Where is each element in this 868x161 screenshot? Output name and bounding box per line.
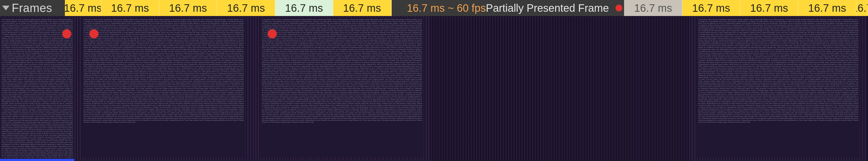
- screenshot-page-text: Lorem ipsum dolor sit amet, consectetur …: [260, 18, 424, 124]
- screenshot-page: Lorem ipsum dolor sit amet, consectetur …: [82, 18, 245, 158]
- frame-cells-container: 16.7 ms16.7 ms16.7 ms16.7 ms16.7 ms16.7 …: [65, 0, 868, 16]
- frame-cell-label: 16.7 ms: [227, 2, 265, 14]
- screenshot-page-text: Lorem ipsum dolor sit amet, consectetur …: [0, 18, 74, 158]
- frame-cell-3[interactable]: 16.7 ms: [217, 0, 275, 16]
- frames-track-label-text: Frames: [12, 1, 52, 15]
- partial-frame-indicator-icon: [616, 4, 622, 11]
- frame-cell-6[interactable]: 16.7 ms ~ 60 fps Partially Presented Fra…: [391, 0, 624, 16]
- partial-frame-area: [431, 16, 689, 161]
- long-task-marker-icon: [62, 29, 71, 38]
- screenshot-page-text: Lorem ipsum dolor sit amet, consectetur …: [82, 18, 245, 124]
- frame-cell-label: 16.7 ms: [808, 2, 846, 14]
- frame-cell-4[interactable]: 16.7 ms: [275, 0, 333, 16]
- frame-cell-label: 16.7 ms: [169, 2, 207, 14]
- frame-cell-8[interactable]: 16.7 ms: [682, 0, 740, 16]
- long-task-marker-icon: [268, 29, 277, 38]
- collapse-triangle-icon[interactable]: [2, 6, 9, 10]
- frame-cell-label: 16.7 ms: [343, 2, 381, 14]
- frame-screenshot-2[interactable]: Lorem ipsum dolor sit amet, consectetur …: [253, 16, 431, 161]
- screenshot-page: Lorem ipsum dolor sit amet, consectetur …: [696, 18, 860, 158]
- frame-cell-1[interactable]: 16.7 ms: [101, 0, 159, 16]
- frame-cell-2[interactable]: 16.7 ms: [159, 0, 217, 16]
- frame-cell-9[interactable]: 16.7 ms: [740, 0, 798, 16]
- frame-cell-label: 16.7 ms: [692, 2, 730, 14]
- frames-header-row: Frames 16.7 ms16.7 ms16.7 ms16.7 ms16.7 …: [0, 0, 868, 16]
- screenshot-page: Lorem ipsum dolor sit amet, consectetur …: [260, 18, 424, 158]
- frame-screenshot-3[interactable]: [431, 16, 689, 161]
- frame-cell-label: 16.7 ms: [111, 2, 149, 14]
- frame-screenshot-4[interactable]: Lorem ipsum dolor sit amet, consectetur …: [689, 16, 867, 161]
- screenshot-page: Lorem ipsum dolor sit amet, consectetur …: [0, 18, 74, 158]
- frame-cell-label: 16.7 ms: [65, 2, 101, 14]
- frame-boundary-bar: [0, 159, 74, 161]
- frame-cell-label: 16.7 ms: [750, 2, 788, 14]
- frame-cell-5[interactable]: 16.7 ms: [333, 0, 391, 16]
- frames-track-label[interactable]: Frames: [0, 0, 65, 16]
- frames-filmstrip[interactable]: Lorem ipsum dolor sit amet, consectetur …: [0, 16, 868, 161]
- frame-cell-label: 16.7 ms: [634, 2, 672, 14]
- frame-cell-10[interactable]: 16.7 ms: [798, 0, 856, 16]
- long-task-marker-icon: [89, 29, 98, 38]
- tooltip-status: Partially Presented Frame: [486, 2, 609, 14]
- frame-screenshot-1[interactable]: Lorem ipsum dolor sit amet, consectetur …: [74, 16, 253, 161]
- frame-cell-11[interactable]: 16.7: [856, 0, 868, 16]
- frame-cell-label: 16.7 ms: [285, 2, 323, 14]
- frame-cell-7[interactable]: 16.7 ms: [624, 0, 682, 16]
- frame-cell-label: 16.7: [856, 2, 868, 14]
- tooltip-ms: 16.7 ms ~ 60 fps: [407, 2, 486, 14]
- screenshot-page-text: Lorem ipsum dolor sit amet, consectetur …: [696, 18, 860, 124]
- devtools-frames-track: Frames 16.7 ms16.7 ms16.7 ms16.7 ms16.7 …: [0, 0, 868, 161]
- frame-cell-0[interactable]: 16.7 ms: [65, 0, 101, 16]
- frame-screenshot-0[interactable]: Lorem ipsum dolor sit amet, consectetur …: [0, 16, 74, 161]
